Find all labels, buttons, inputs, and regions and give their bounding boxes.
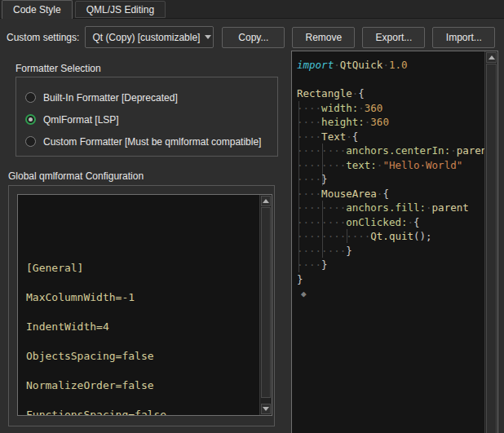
code-line: import·QtQuick·1.0 [297,58,484,73]
tab-strip: Code StyleQML/JS Editing [0,0,504,19]
code-preview-editor[interactable]: import·QtQuick·1.0 Rectangle·{····width:… [291,51,498,433]
copy-button[interactable]: Copy... [222,27,285,48]
radio-option-qmlformat-lsp[interactable]: QmlFormat [LSP] [25,108,277,130]
config-scrollbar[interactable] [259,195,272,415]
code-line: } [297,272,484,287]
code-line [297,73,484,87]
code-line: ····} [297,172,484,187]
radio-dot-icon [29,117,33,122]
global-config-title: Global qmlformat Configuration [8,170,144,182]
code-line: ········} [297,244,484,258]
end-of-code-marker-icon: ◆ [297,289,307,299]
export-button[interactable]: Export... [362,27,425,48]
global-config-group: [General]MaxColumnWidth=-1IndentWidth=4O… [8,185,275,426]
scrollbar-handle[interactable] [486,64,497,433]
radio-option-built-in-formatter-deprecated[interactable]: Built-In Formatter [Deprecated] [25,86,277,108]
radio-icon [25,92,36,103]
custom-settings-selected-value: Qt (Copy) [customizable] [92,32,200,43]
triangle-up-icon [489,55,495,60]
code-line: ····} [297,258,484,272]
radio-option-label: QmlFormat [LSP] [43,114,119,126]
custom-settings-label: Custom settings: [7,32,79,43]
custom-settings-select[interactable]: Qt (Copy) [customizable] [85,26,214,48]
config-line: [General] [26,254,272,283]
formatter-selection-group: Built-In Formatter [Deprecated]QmlFormat… [15,77,278,157]
code-line: ········onClicked:·{ [297,215,484,230]
code-line: ····width:·360 [297,101,484,116]
code-line: ····height:·360 [297,115,484,130]
action-buttons: Copy...RemoveExport...Import... [222,27,495,48]
code-line: ············Qt.quit(); [297,229,484,244]
tab-qml-js-editing[interactable]: QML/JS Editing [75,1,166,18]
scroll-up-button[interactable] [261,196,271,206]
code-line: ····Text·{ [297,130,484,144]
import-button[interactable]: Import... [432,27,495,48]
custom-settings-row: Custom settings: Qt (Copy) [customizable… [7,26,497,48]
radio-option-label: Built-In Formatter [Deprecated] [43,92,178,104]
code-line: ········anchors.fill:·parent [297,201,484,215]
triangle-up-icon [263,199,269,203]
scroll-down-button[interactable] [261,404,271,414]
config-line: NormalizeOrder=false [26,371,272,400]
radio-icon [25,114,36,125]
config-line: ObjectsSpacing=false [26,342,272,371]
radio-option-label: Custom Formatter [Must be qmlformat comp… [43,136,261,148]
code-line: ········text:·"Hello·World" [297,158,484,173]
config-editor-text: [General]MaxColumnWidth=-1IndentWidth=4O… [26,254,272,416]
config-editor[interactable]: [General]MaxColumnWidth=-1IndentWidth=4O… [17,194,272,416]
remove-button[interactable]: Remove [292,27,355,48]
code-line: ········anchors.centerIn:·parent [297,144,484,158]
chevron-down-icon [205,35,211,39]
tab-code-style[interactable]: Code Style [2,0,73,19]
radio-icon [25,136,36,147]
code-editor-text: import·QtQuick·1.0 Rectangle·{····width:… [292,51,484,433]
scrollbar-handle[interactable] [261,207,271,398]
triangle-down-icon [263,407,269,411]
code-scrollbar[interactable] [484,51,497,433]
code-line: Rectangle·{ [297,86,484,101]
config-line: FunctionsSpacing=false [26,400,272,416]
scroll-up-button[interactable] [486,52,497,63]
config-line: MaxColumnWidth=-1 [26,283,272,312]
code-line: ◆ [297,286,484,301]
config-line: IndentWidth=4 [26,312,272,342]
code-line: ····MouseArea·{ [297,187,484,201]
formatter-selection-title: Formatter Selection [15,63,101,74]
radio-option-custom-formatter-must-be-qmlformat-compatible[interactable]: Custom Formatter [Must be qmlformat comp… [25,130,277,152]
